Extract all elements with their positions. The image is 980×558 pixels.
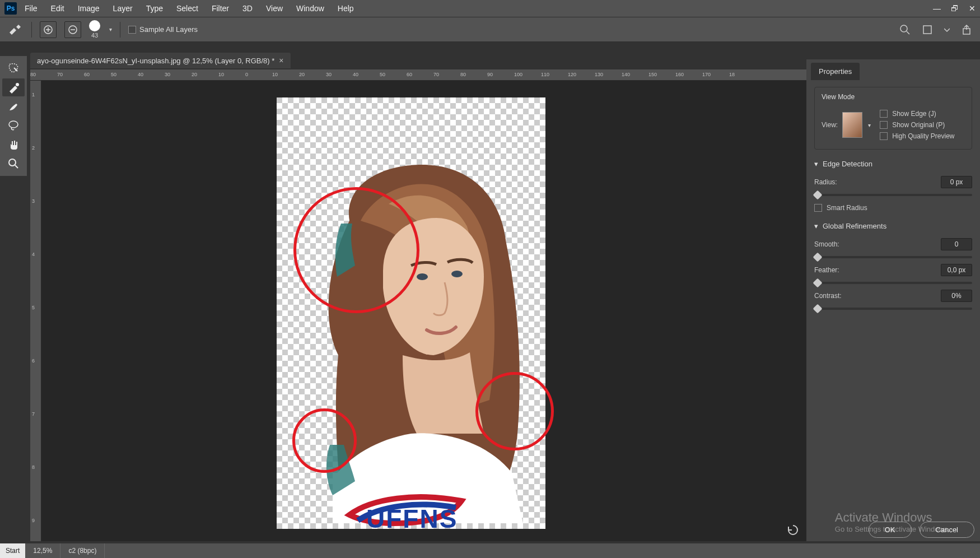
ruler-tick: 160: [675, 72, 684, 77]
ruler-tick: 1: [32, 92, 35, 97]
ruler-tick: 170: [702, 72, 711, 77]
add-area-button[interactable]: [40, 21, 57, 38]
quick-select-tool[interactable]: [2, 59, 25, 77]
ruler-tick: 10: [272, 72, 278, 77]
hand-tool[interactable]: [2, 136, 25, 154]
menu-3d[interactable]: 3D: [237, 2, 258, 15]
options-bar: 43 ▾ Sample All Layers: [0, 17, 980, 42]
doc-info: c2 (8bpc): [60, 543, 105, 558]
menu-select[interactable]: Select: [171, 2, 204, 15]
menu-edit[interactable]: Edit: [45, 2, 70, 15]
canvas-area[interactable]: UFFNS: [41, 81, 806, 541]
feather-input[interactable]: 0,0 px: [941, 264, 972, 276]
contrast-slider[interactable]: [814, 308, 972, 310]
tab-close-icon[interactable]: ×: [279, 56, 283, 65]
svg-line-6: [907, 31, 909, 34]
zoom-level[interactable]: 12,5%: [25, 543, 60, 558]
close-icon[interactable]: ✕: [969, 4, 976, 13]
status-bar: Start 12,5% c2 (8bpc): [0, 543, 980, 558]
menu-layer[interactable]: Layer: [108, 2, 138, 15]
ruler-tick: 90: [487, 72, 493, 77]
ruler-tick: 18: [729, 72, 735, 77]
properties-tab[interactable]: Properties: [811, 63, 860, 80]
ruler-tick: 140: [622, 72, 630, 77]
view-thumbnail[interactable]: [842, 112, 862, 138]
ruler-tick: 5: [32, 305, 35, 310]
menu-view[interactable]: View: [260, 2, 288, 15]
reset-icon[interactable]: [787, 524, 799, 536]
action-bar: OK Cancel: [787, 522, 974, 538]
menu-help[interactable]: Help: [332, 2, 360, 15]
properties-panel: Properties View Mode View: ▾ Show Edge (…: [806, 59, 980, 541]
smart-radius-checkbox[interactable]: [814, 204, 822, 212]
chevron-down-icon: ▾: [814, 160, 818, 168]
global-refinements-header[interactable]: ▾ Global Refinements: [814, 222, 972, 230]
tool-preset-icon[interactable]: [7, 22, 24, 37]
zoom-tool[interactable]: [2, 155, 25, 173]
chevron-down-icon: ▾: [814, 222, 818, 230]
feather-slider[interactable]: [814, 282, 972, 284]
canvas-document[interactable]: UFFNS: [277, 97, 545, 529]
ruler-tick: 50: [111, 72, 116, 77]
show-edge-checkbox[interactable]: [880, 110, 888, 118]
restore-icon[interactable]: 🗗: [951, 4, 959, 13]
smooth-label: Smooth:: [814, 240, 839, 248]
edge-detection-header[interactable]: ▾ Edge Detection: [814, 160, 972, 168]
ruler-tick: 8: [32, 464, 35, 470]
menu-file[interactable]: File: [19, 2, 43, 15]
smart-radius-label: Smart Radius: [827, 204, 867, 212]
ruler-tick: 50: [380, 72, 385, 77]
ruler-tick: 80: [460, 72, 466, 77]
svg-point-11: [9, 159, 16, 166]
edge-detection-title: Edge Detection: [823, 160, 872, 168]
radius-slider[interactable]: [814, 194, 972, 196]
search-icon[interactable]: [899, 24, 911, 35]
ruler-tick: 60: [407, 72, 412, 77]
share-icon[interactable]: [961, 24, 972, 35]
sample-all-layers-checkbox[interactable]: [128, 26, 136, 34]
radius-input[interactable]: 0 px: [941, 176, 972, 188]
annotation-ring-3: [475, 372, 554, 450]
cancel-button[interactable]: Cancel: [920, 522, 974, 538]
brush-size-value: 43: [91, 32, 98, 39]
horizontal-ruler: 8070605040302010010203040506070809010011…: [30, 69, 806, 81]
smooth-input[interactable]: 0: [941, 238, 972, 250]
brush-size-control[interactable]: 43: [89, 20, 100, 39]
ruler-tick: 100: [514, 72, 522, 77]
lasso-tool[interactable]: [2, 117, 25, 134]
frame-icon[interactable]: [922, 24, 933, 35]
subtract-area-button[interactable]: [64, 21, 81, 38]
ruler-tick: 120: [568, 72, 576, 77]
menu-filter[interactable]: Filter: [206, 2, 235, 15]
menu-window[interactable]: Window: [291, 2, 330, 15]
refine-brush-tool[interactable]: [2, 78, 25, 96]
show-original-checkbox[interactable]: [880, 121, 888, 129]
svg-line-12: [15, 165, 18, 168]
toolbox: [0, 56, 27, 176]
menu-bar: Ps File Edit Image Layer Type Select Fil…: [0, 0, 980, 17]
minimize-icon[interactable]: —: [933, 4, 941, 13]
document-tab-title: ayo-ogunseinde-6W4F62sN_yI-unsplash.jpg …: [37, 57, 274, 65]
view-dropdown-icon[interactable]: ▾: [868, 122, 871, 128]
feather-label: Feather:: [814, 266, 839, 274]
menu-type[interactable]: Type: [141, 2, 169, 15]
show-original-label: Show Original (P): [892, 121, 945, 129]
menu-image[interactable]: Image: [72, 2, 105, 15]
ruler-tick: 0: [245, 72, 248, 77]
brush-tool[interactable]: [2, 97, 25, 115]
global-refinements-title: Global Refinements: [823, 222, 886, 230]
frame-dropdown-icon[interactable]: [944, 24, 950, 35]
svg-text:UFFNS: UFFNS: [366, 504, 458, 529]
start-button[interactable]: Start: [0, 543, 25, 558]
high-quality-checkbox[interactable]: [880, 132, 888, 140]
ruler-tick: 2: [32, 145, 35, 151]
ruler-tick: 70: [433, 72, 439, 77]
vertical-ruler: 1234567891: [30, 81, 41, 541]
smooth-slider[interactable]: [814, 256, 972, 258]
ruler-tick: 30: [326, 72, 332, 77]
document-tab[interactable]: ayo-ogunseinde-6W4F62sN_yI-unsplash.jpg …: [30, 53, 291, 68]
ok-button[interactable]: OK: [869, 522, 912, 538]
contrast-input[interactable]: 0%: [941, 290, 972, 302]
brush-dropdown-icon[interactable]: ▾: [109, 26, 112, 32]
ruler-tick: 3: [32, 198, 35, 204]
